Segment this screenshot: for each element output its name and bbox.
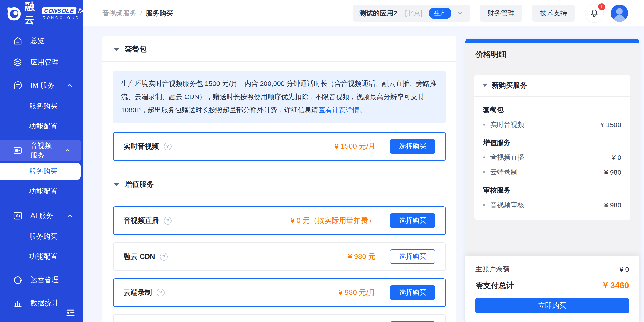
sidebar-item-overview[interactable]: 总览: [0, 30, 83, 52]
sidebar-item-label: 运营管理: [30, 275, 59, 285]
total-label: 需支付总计: [476, 280, 514, 291]
support-label: 技术支持: [540, 9, 567, 18]
new-purchase-header[interactable]: 新购买服务: [474, 75, 630, 97]
price-panel-title: 价格明细: [465, 43, 639, 66]
service-row-rtc[interactable]: 实时音视频 ? ¥ 1500 元/月 选择购买: [113, 132, 446, 161]
avatar-head-shape: [616, 8, 622, 15]
select-buy-button[interactable]: 选择购买: [390, 139, 435, 154]
section-title: 增值服务: [125, 179, 154, 189]
main-area: 音视频服务 / 服务购买 测试的应用2 [北京] 生产 财务管理 技术支持: [83, 0, 644, 322]
ai-icon: Ai: [13, 211, 23, 221]
content: 套餐包 生产环境实时音视频服务包 1500 元/月，内含 200,000 分钟通…: [83, 27, 644, 322]
service-row-cdn[interactable]: 融云 CDN ? ¥ 980 元 选择购买: [113, 242, 446, 271]
price-panel-body: 新购买服务 套餐包 实时音视频 ¥ 1500 增值服务: [465, 66, 639, 322]
price-panel-footer: 主账户余额 ¥ 0 需支付总计 ¥ 3460 立即购买: [465, 256, 639, 322]
sidebar-item-app-management[interactable]: 应用管理: [0, 52, 83, 73]
price-item-label: 云端录制: [490, 168, 518, 177]
sidebar: 融云 CONSOLE /> RONGCLOUD 总览: [0, 0, 83, 322]
sidebar-item-label: IM 服务: [30, 81, 54, 90]
service-name: 云端录制: [124, 288, 152, 297]
select-buy-button[interactable]: 选择购买: [390, 249, 435, 264]
sidebar-item-label: AI 服务: [30, 211, 53, 220]
service-row-cloud-snapshot[interactable]: 云截图 ? ¥ 500 元 选择购买: [113, 314, 446, 322]
price-group-title: 增值服务: [483, 138, 621, 147]
sidebar-item-ai-purchase[interactable]: 服务购买: [0, 226, 83, 246]
app-selector[interactable]: 测试的应用2 [北京] 生产: [353, 5, 470, 22]
support-button[interactable]: 技术支持: [532, 5, 575, 22]
section-header-package[interactable]: 套餐包: [113, 36, 446, 62]
breadcrumb-separator: /: [140, 9, 142, 17]
breadcrumb-parent[interactable]: 音视频服务: [102, 9, 136, 18]
service-row-live[interactable]: 音视频直播 ? ¥ 0 元（按实际用量扣费） 选择购买: [113, 206, 446, 235]
price-line-item: 音视频直播 ¥ 0: [483, 153, 621, 162]
sidebar-item-rtc-config[interactable]: 功能配置: [0, 181, 83, 201]
brand-sub: RONGCLOUD: [42, 16, 83, 20]
price-group-value-added: 增值服务 音视频直播 ¥ 0 云端录制 ¥ 980: [474, 138, 630, 177]
service-row-cloud-recording[interactable]: 云端录制 ? ¥ 980 元/月 选择购买: [113, 278, 446, 307]
finance-label: 财务管理: [488, 9, 515, 18]
sidebar-item-im-purchase[interactable]: 服务购买: [0, 96, 83, 116]
bullet-icon: [483, 124, 485, 126]
sidebar-item-operations[interactable]: 运营管理: [0, 269, 83, 290]
package-description-end: 。: [359, 106, 366, 114]
help-icon[interactable]: ?: [157, 289, 164, 296]
bullet-icon: [483, 156, 485, 158]
bar-chart-icon: [13, 298, 23, 308]
sidebar-item-im-config[interactable]: 功能配置: [0, 116, 83, 136]
brand-name: 融云: [24, 0, 37, 27]
top-bar: 音视频服务 / 服务购买 测试的应用2 [北京] 生产 财务管理 技术支持: [83, 0, 644, 27]
app-root: 融云 CONSOLE /> RONGCLOUD 总览: [0, 0, 644, 322]
sidebar-item-ai-config[interactable]: 功能配置: [0, 246, 83, 266]
caret-down-icon: [114, 183, 119, 186]
help-icon[interactable]: ?: [160, 253, 168, 260]
select-buy-button[interactable]: 选择购买: [390, 285, 435, 300]
chevron-up-icon: [66, 212, 74, 219]
brand-badge-group: CONSOLE /> RONGCLOUD: [42, 7, 83, 20]
sidebar-item-ai-service[interactable]: Ai AI 服务: [0, 205, 83, 226]
sidebar-item-label: 应用管理: [30, 57, 59, 67]
panel-accent-bar: [465, 39, 639, 43]
price-item-value: ¥ 0: [612, 154, 621, 161]
sidebar-item-label: 服务购买: [29, 166, 57, 176]
sidebar-nav: 总览 应用管理 IM 服务: [0, 27, 83, 314]
section-title: 套餐包: [125, 44, 146, 54]
notifications-button[interactable]: 1: [585, 4, 604, 23]
layers-icon: [13, 57, 23, 67]
service-price: ¥ 980 元/月: [338, 288, 376, 298]
chevron-up-icon: [64, 147, 72, 154]
section-header-value-added[interactable]: 增值服务: [113, 168, 446, 197]
breadcrumb: 音视频服务 / 服务购买: [102, 9, 173, 18]
avatar-body-shape: [614, 15, 625, 22]
price-group-package: 套餐包 实时音视频 ¥ 1500: [474, 105, 630, 129]
price-item-value: ¥ 980: [604, 169, 621, 176]
console-badge: CONSOLE: [42, 7, 77, 14]
new-purchase-card: 新购买服务 套餐包 实时音视频 ¥ 1500 增值服务: [474, 75, 630, 220]
sidebar-item-rtc-service[interactable]: 音视频服务: [0, 140, 81, 161]
avatar[interactable]: [611, 5, 628, 22]
price-item-value: ¥ 980: [604, 201, 621, 209]
price-item-value: ¥ 1500: [600, 121, 621, 129]
price-group-title: 套餐包: [483, 105, 621, 115]
service-name: 融云 CDN: [124, 252, 155, 261]
sync-circle-icon: [13, 275, 23, 285]
breadcrumb-current: 服务购买: [146, 9, 173, 18]
help-icon[interactable]: ?: [164, 217, 172, 224]
package-description-text: 生产环境实时音视频服务包 1500 元/月，内含 200,000 分钟通话时长（…: [121, 80, 437, 114]
balance-label: 主账户余额: [476, 265, 510, 274]
code-glyph: />: [78, 7, 83, 15]
billing-details-link[interactable]: 查看计费详情: [318, 106, 359, 114]
sidebar-collapse-icon[interactable]: [64, 308, 77, 318]
help-icon[interactable]: ?: [164, 143, 172, 150]
service-price: ¥ 1500 元/月: [334, 141, 376, 151]
buy-now-button[interactable]: 立即购买: [476, 298, 629, 313]
sidebar-item-im-service[interactable]: IM 服务: [0, 75, 83, 96]
sidebar-item-rtc-purchase-active[interactable]: 服务购买: [0, 163, 80, 180]
brand-logo[interactable]: 融云 CONSOLE /> RONGCLOUD: [0, 0, 83, 27]
new-purchase-title: 新购买服务: [492, 81, 527, 90]
select-buy-button[interactable]: 选择购买: [390, 213, 435, 228]
sidebar-item-label: 功能配置: [29, 252, 57, 261]
price-panel: 价格明细 新购买服务 套餐包 实时音视频 ¥ 1500: [465, 39, 639, 322]
balance-row: 主账户余额 ¥ 0: [476, 265, 629, 274]
finance-button[interactable]: 财务管理: [480, 5, 522, 22]
sidebar-item-label: 功能配置: [29, 121, 57, 131]
